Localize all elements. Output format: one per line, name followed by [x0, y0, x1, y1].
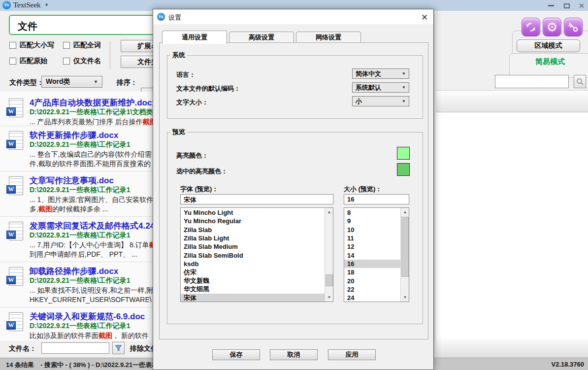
list-item[interactable]: 14 [344, 251, 400, 259]
highlight-color-swatch[interactable] [397, 147, 410, 160]
filename-input[interactable] [41, 342, 109, 354]
list-item[interactable]: 8 [344, 208, 400, 217]
list-item[interactable]: 仿宋 [181, 268, 325, 276]
settings-button[interactable]: ⚙ [543, 18, 561, 36]
sync-icon [525, 22, 536, 33]
highlighted-term: 截图 [38, 205, 52, 213]
list-item[interactable]: ksdb [181, 260, 325, 268]
list-item[interactable]: 9 [344, 217, 400, 225]
list-item[interactable]: Yu Mincho Regular [181, 217, 325, 225]
search-icon [576, 78, 584, 86]
result-snippet: 到用户申请邮件后,PDF、 PPT、 ... [30, 250, 137, 259]
checkbox-icon [9, 42, 16, 49]
list-item[interactable]: 11 [344, 234, 400, 242]
match-word-checkbox[interactable]: 匹配全词 [63, 41, 101, 50]
tab-network[interactable]: 网络设置 [296, 32, 361, 43]
preview-panel: ⚙ 区域模式 简易模式 [434, 11, 588, 358]
result-path: D:\2022.9.21一些表格\工作记录1 [30, 276, 131, 285]
match-case-checkbox[interactable]: 匹配大小写 [9, 41, 54, 50]
list-item[interactable]: 宋体 [181, 294, 325, 302]
maximize-icon [564, 3, 570, 8]
result-path: D:\2022.9.21一些表格\工作记录1 [30, 186, 131, 195]
list-item[interactable]: Zilla Slab [181, 226, 325, 234]
list-item[interactable]: 24 [344, 294, 400, 302]
list-item[interactable]: 20 [344, 276, 400, 285]
simple-mode-tab[interactable]: 简易模式 [509, 57, 588, 67]
maximize-button[interactable] [561, 2, 572, 9]
selected-highlight-color-swatch[interactable] [397, 163, 410, 176]
general-settings-page: 系统 语言： 简体中文 ▼ 文本文件的默认编码： 系统默认 ▼ 文字大小： 小 … [159, 42, 428, 339]
app-menu-caret-icon[interactable]: ▼ [44, 2, 49, 7]
apply-button[interactable]: 应用 [328, 349, 376, 360]
result-title[interactable]: 卸载路径操作步骤.docx [30, 266, 118, 277]
result-snippet: 比如涉及新的软件界面截图， 新的软件 [30, 331, 149, 340]
match-raw-checkbox[interactable]: 匹配原始 [9, 57, 47, 66]
filename-only-checkbox[interactable]: 仅文件名 [63, 57, 101, 66]
sync-button[interactable] [522, 18, 540, 36]
close-button[interactable]: ✕ [576, 2, 587, 9]
app-logo: TS [2, 1, 11, 9]
preview-search-input[interactable] [495, 75, 569, 88]
list-item[interactable]: 16 [344, 260, 400, 268]
encoding-dropdown[interactable]: 系统默认 ▼ [352, 82, 409, 93]
result-path: D:\2022.9.21一些表格\工作记录1\文档类 [30, 108, 153, 117]
language-dropdown[interactable]: 简体中文 ▼ [352, 68, 409, 79]
tab-general[interactable]: 通用设置 [162, 31, 227, 44]
word-doc-icon: W [6, 312, 24, 333]
save-button[interactable]: 保存 [212, 349, 260, 360]
size-list-scrollbar[interactable]: ▲ ▼ [400, 208, 409, 302]
scroll-up-icon[interactable]: ▲ [325, 208, 333, 216]
language-label: 语言： [176, 70, 196, 79]
minimize-button[interactable] [546, 2, 556, 9]
list-item[interactable]: Yu Mincho Light [181, 208, 325, 217]
filename-label: 文件名： [9, 344, 36, 353]
version-label: V2.18.3760 [551, 361, 584, 368]
minimize-icon [548, 5, 554, 6]
list-item[interactable]: 18 [344, 268, 400, 276]
result-title[interactable]: 软件更新操作步骤.docx [30, 130, 118, 141]
word-doc-icon: W [6, 222, 24, 242]
filter-button[interactable] [112, 342, 125, 354]
result-snippet: ... 7.用户ID:【个人中心中查询】 8.订单截图 [30, 240, 163, 250]
font-input[interactable]: 宋体 [180, 194, 333, 204]
result-title[interactable]: 关键词录入和更新规范-6.9.doc [30, 311, 145, 322]
list-item[interactable]: Zilla Slab Light [181, 234, 325, 242]
chevron-down-icon: ▼ [94, 79, 98, 84]
scrollbar-thumb[interactable] [326, 274, 333, 286]
encoding-label: 文本文件的默认编码： [176, 84, 240, 93]
file-type-dropdown[interactable]: Word类 ▼ [41, 76, 102, 88]
dialog-close-button[interactable]: ✕ [419, 12, 430, 23]
scroll-down-icon[interactable]: ▼ [401, 293, 409, 302]
list-item[interactable]: Zilla Slab SemiBold [181, 251, 325, 259]
list-item[interactable]: 华文新魏 [181, 276, 325, 285]
result-title[interactable]: 文章写作注意事项.doc [30, 175, 114, 186]
text-size-dropdown[interactable]: 小 ▼ [352, 96, 409, 106]
cancel-button[interactable]: 取消 [270, 349, 318, 360]
funnel-icon [115, 344, 122, 352]
list-item[interactable]: 华文细黑 [181, 285, 325, 294]
dialog-titlebar: TS 设置 ✕ [153, 9, 433, 24]
list-item[interactable]: 22 [344, 285, 400, 294]
size-preview-label: 大小 (预览)： [344, 185, 382, 194]
size-input[interactable]: 16 [344, 194, 409, 204]
list-item[interactable]: Zilla Slab Medium [181, 242, 325, 251]
tab-advanced[interactable]: 高级设置 [229, 32, 294, 43]
list-item[interactable]: 12 [344, 242, 400, 251]
result-snippet: ... 如果查找不到,说明没有,和之前一样,附 [30, 286, 153, 295]
app-title: TextSeek [13, 1, 41, 9]
highlighted-term: 截图 [98, 332, 112, 339]
license-button[interactable] [564, 18, 583, 36]
size-listbox[interactable]: 89101112141618202224 ▲ ▼ [344, 207, 409, 302]
font-listbox[interactable]: Yu Mincho LightYu Mincho RegularZilla Sl… [180, 207, 333, 302]
region-mode-button[interactable]: 区域模式 [517, 39, 580, 52]
scrollbar-thumb[interactable] [401, 217, 409, 277]
system-group: 系统 语言： 简体中文 ▼ 文本文件的默认编码： 系统默认 ▼ 文字大小： 小 … [167, 51, 423, 119]
result-snippet: 件,截取的软件界面图,不能用百度搜索的 [30, 159, 151, 168]
result-title[interactable]: 4产品库自动块数据更新维护.docx [30, 97, 157, 108]
font-list-scrollbar[interactable]: ▲ ▼ [325, 208, 333, 302]
list-item[interactable]: 10 [344, 226, 400, 234]
scroll-up-icon[interactable]: ▲ [401, 208, 409, 216]
scroll-down-icon[interactable]: ▼ [325, 293, 333, 302]
preview-search-button[interactable] [574, 75, 586, 88]
preview-toolbar [436, 90, 588, 112]
